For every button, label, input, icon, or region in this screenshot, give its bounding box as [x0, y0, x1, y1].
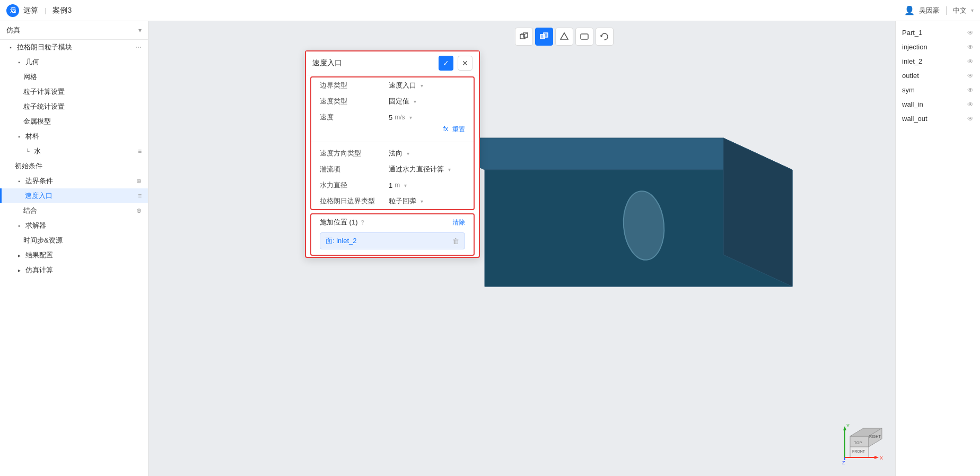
dropdown-icon: ▾ — [421, 83, 423, 89]
sidebar-item-result-config[interactable]: ▸ 结果配置 — [0, 248, 148, 263]
fp-row-hydraulic-diam: 水力直径 1 m ▾ — [311, 177, 474, 193]
reset-button[interactable]: 重置 — [452, 125, 465, 134]
view-wireframe-button[interactable] — [555, 28, 573, 46]
topbar-left: 远 远算 | 案例3 — [6, 4, 72, 17]
tree-label: 材料 — [25, 132, 142, 141]
fp-label-velocity: 速度 — [320, 112, 389, 122]
visibility-icon[interactable]: 👁 — [967, 29, 974, 37]
visibility-icon[interactable]: 👁 — [967, 58, 974, 65]
rp-item-label: outlet — [902, 72, 919, 80]
sidebar-item-outlet[interactable]: 结合 ⊕ — [0, 203, 148, 218]
fp-value-boundary-type[interactable]: 速度入口 ▾ — [389, 81, 465, 90]
fp-label-turbulence: 湍流项 — [320, 165, 389, 174]
sidebar-item-material[interactable]: ▪ 材料 — [0, 129, 148, 144]
svg-marker-26 — [874, 456, 879, 459]
fp-value-velocity-type[interactable]: 固定值 ▾ — [389, 97, 465, 106]
tree-label: 边界条件 — [25, 176, 53, 186]
fp-value-turbulence[interactable]: 通过水力直径计算 ▾ — [389, 165, 465, 174]
tree-label: 水 — [34, 146, 41, 156]
sidebar-item-sim-calc[interactable]: ▸ 仿真计算 — [0, 263, 148, 278]
rp-item-label: inlet_2 — [902, 57, 922, 65]
app-name: 远算 — [23, 6, 38, 15]
sidebar-item-lagrange-module[interactable]: ▪ 拉格朗日粒子模块 ⋯ — [0, 40, 148, 55]
rp-item-label: Part_1 — [902, 29, 922, 37]
float-panel-actions: ✓ ✕ — [439, 56, 472, 71]
project-separator: | — [45, 6, 46, 14]
sidebar-item-metal-model[interactable]: 金属模型 — [0, 114, 148, 129]
visibility-icon[interactable]: 👁 — [967, 101, 974, 108]
fp-label-boundary-type: 边界类型 — [320, 81, 389, 90]
sidebar-item-boundary-cond[interactable]: ▪ 边界条件 ⊕ — [0, 174, 148, 188]
right-panel: Part_1 👁 injection 👁 inlet_2 👁 outlet 👁 … — [895, 21, 980, 476]
view-outline-button[interactable] — [575, 28, 593, 46]
tree-label: 时间步&资源 — [23, 236, 142, 245]
svg-text:RIGHT: RIGHT — [869, 435, 881, 438]
sidebar-item-time-resource[interactable]: 时间步&资源 — [0, 233, 148, 248]
fp-value-velocity: 5 m/s ▾ — [389, 114, 465, 122]
sidebar-item-water[interactable]: └ 水 ≡ — [0, 144, 148, 159]
topbar-right: 👤 吴因豪 中文 ▾ — [904, 5, 974, 15]
svg-text:Z: Z — [842, 460, 845, 465]
language-selector[interactable]: 中文 — [953, 6, 967, 15]
fp-value-text: 法向 — [389, 149, 402, 158]
item-action-icon[interactable]: ⊕ — [136, 177, 142, 185]
svg-marker-7 — [561, 33, 568, 39]
trash-icon[interactable]: 🗑 — [452, 237, 459, 245]
view-cube-button[interactable] — [515, 28, 533, 46]
fp-label-hydraulic-diam: 水力直径 — [320, 180, 389, 190]
rp-item-sym: sym 👁 — [896, 83, 980, 97]
dropdown-icon: ▾ — [448, 167, 451, 172]
visibility-icon[interactable]: 👁 — [967, 44, 974, 51]
tree-label: 拉格朗日粒子模块 — [17, 42, 133, 52]
item-action-icon[interactable]: ≡ — [138, 192, 142, 200]
view-reset-button[interactable] — [596, 28, 614, 46]
fp-value-velocity-dir[interactable]: 法向 ▾ — [389, 149, 465, 158]
sidebar-item-solver[interactable]: ▪ 求解器 — [0, 218, 148, 233]
float-panel: 速度入口 ✓ ✕ 边界类型 速度入口 ▾ — [305, 50, 480, 258]
view-solid-button[interactable] — [535, 28, 553, 46]
fp-row-velocity-type: 速度类型 固定值 ▾ — [311, 93, 474, 109]
sidebar-item-geometry[interactable]: ▪ 几何 — [0, 55, 148, 70]
expand-icon: ▪ — [6, 43, 15, 51]
sidebar-item-particle-stat[interactable]: 粒子统计设置 — [0, 99, 148, 114]
user-name[interactable]: 吴因豪 — [919, 6, 940, 15]
item-action-icon[interactable]: ⊕ — [136, 207, 142, 214]
topbar-divider — [946, 6, 947, 15]
expand-icon: └ — [23, 147, 32, 155]
visibility-icon[interactable]: 👁 — [967, 115, 974, 123]
project-name[interactable]: 案例3 — [52, 6, 72, 15]
float-panel-confirm-button[interactable]: ✓ — [439, 56, 453, 71]
svg-rect-0 — [520, 34, 524, 39]
svg-rect-6 — [544, 33, 548, 37]
visibility-icon[interactable]: 👁 — [967, 72, 974, 80]
sidebar-collapse-icon[interactable]: ▾ — [138, 27, 142, 34]
item-action-icon[interactable]: ⋯ — [135, 44, 142, 51]
svg-rect-8 — [581, 34, 588, 39]
rp-item-label: wall_out — [902, 115, 928, 123]
fp-label-velocity-dir: 速度方向类型 — [320, 149, 389, 158]
sidebar: 仿真 ▾ ▪ 拉格朗日粒子模块 ⋯ ▪ 几何 网格 粒子计算设置 粒子统计设置 … — [0, 21, 148, 476]
fp-value-lagrange-boundary[interactable]: 粒子回弹 ▾ — [389, 196, 465, 206]
fp-value-text[interactable]: 5 — [389, 114, 392, 122]
fp-section-basic: 边界类型 速度入口 ▾ 速度类型 固定值 ▾ 速度 — [310, 76, 475, 210]
3d-scene — [148, 21, 980, 476]
item-action-icon[interactable]: ≡ — [138, 148, 142, 155]
language-chevron-icon: ▾ — [971, 7, 974, 13]
expand-icon: ▸ — [15, 266, 23, 274]
rp-item-wall-in: wall_in 👁 — [896, 97, 980, 111]
clear-button[interactable]: 清除 — [452, 218, 465, 227]
sidebar-item-particle-calc[interactable]: 粒子计算设置 — [0, 84, 148, 99]
fp-value-text[interactable]: 1 — [389, 181, 392, 189]
float-panel-close-button[interactable]: ✕ — [458, 56, 472, 71]
fp-value-text: 通过水力直径计算 — [389, 165, 444, 174]
sidebar-item-mesh[interactable]: 网格 — [0, 70, 148, 84]
rp-item-wall-out: wall_out 👁 — [896, 111, 980, 126]
3d-viewport[interactable] — [148, 21, 980, 476]
sidebar-item-initial-cond[interactable]: 初始条件 — [0, 159, 148, 174]
visibility-icon[interactable]: 👁 — [967, 86, 974, 94]
fp-location-item[interactable]: 面: inlet_2 🗑 — [320, 232, 465, 249]
user-avatar-icon: 👤 — [904, 5, 915, 15]
fx-button[interactable]: fx — [443, 125, 448, 134]
sidebar-item-velocity-inlet[interactable]: 速度入口 ≡ — [0, 188, 148, 203]
help-icon[interactable]: ? — [361, 219, 364, 226]
